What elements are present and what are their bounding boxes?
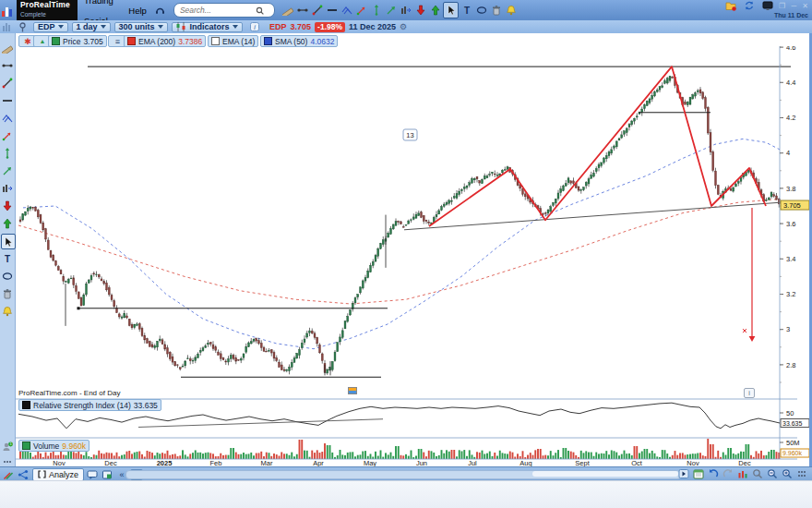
- window-green-icon[interactable]: [101, 468, 113, 480]
- sidebar-tool-hline[interactable]: [1, 93, 14, 107]
- chart-hscrollbar[interactable]: [125, 470, 681, 479]
- max-chart-icon[interactable]: [399, 3, 412, 18]
- scrollbar-thumb[interactable]: [532, 471, 678, 477]
- sidebar-tool-vertical-arrow-green[interactable]: [1, 146, 14, 160]
- timeframe-dropdown[interactable]: 1 day: [72, 22, 111, 32]
- sidebar-tool-trash[interactable]: [1, 286, 14, 300]
- x-axis-month-label: Oct: [631, 459, 643, 467]
- sidebar-tool-ellipse-tool[interactable]: [1, 269, 14, 283]
- svg-text:3.6: 3.6: [786, 220, 795, 228]
- logo-title: ProRealTime: [20, 0, 70, 9]
- svg-text:T: T: [464, 6, 470, 16]
- trash-icon[interactable]: [489, 3, 503, 18]
- sidebar-tool-ruler[interactable]: [1, 41, 14, 54]
- share-icon[interactable]: [17, 468, 30, 480]
- chevron-down-icon: [58, 25, 64, 31]
- event-marker-icon: [348, 387, 357, 394]
- sidebar-tool-big-arrow-up-green[interactable]: [1, 216, 14, 230]
- app-logo: ProRealTimeComplete: [0, 0, 78, 20]
- zoom-out-button[interactable]: [766, 467, 779, 479]
- play-next-button[interactable]: [677, 467, 690, 479]
- fib-channel-icon[interactable]: [340, 3, 353, 18]
- pencil-draw-icon[interactable]: [2, 468, 15, 480]
- price-legend-chip[interactable]: Price3.705: [48, 35, 107, 47]
- ellipse-tool-icon[interactable]: [474, 3, 488, 18]
- sidebar-tool-cursor[interactable]: [1, 234, 16, 249]
- sma50-swatch: [264, 37, 272, 45]
- info-icon[interactable]: i: [248, 19, 262, 34]
- cursor-icon[interactable]: [443, 2, 459, 18]
- ema200-legend-chip[interactable]: EMA (200)3.7386: [124, 35, 206, 47]
- svg-text:4.2: 4.2: [786, 114, 795, 122]
- sidebar-user-status-icon[interactable]: 1: [1, 440, 14, 454]
- calendar-button[interactable]: [692, 467, 705, 479]
- volume-legend-chip[interactable]: Volume9.960k: [18, 440, 90, 452]
- ema14-legend-chip[interactable]: EMA (14): [208, 35, 258, 47]
- zoom-in-button[interactable]: [781, 467, 794, 479]
- connector-icon[interactable]: [295, 3, 309, 18]
- gear-icon[interactable]: ⚙: [400, 22, 407, 31]
- quote-price: 3.705: [291, 22, 312, 31]
- svg-text:3.4: 3.4: [786, 255, 795, 263]
- chevron-down-icon: [101, 25, 106, 31]
- ema14-swatch: [211, 37, 220, 45]
- svg-text:3.8: 3.8: [786, 185, 795, 193]
- headset-help-icon[interactable]: [153, 3, 167, 18]
- grid-dots-button[interactable]: [795, 467, 808, 479]
- text-tool-icon[interactable]: T: [460, 3, 473, 18]
- svg-text:50: 50: [786, 409, 794, 417]
- undo-button[interactable]: [707, 467, 720, 479]
- sidebar-tool-fib-channel[interactable]: [1, 111, 14, 125]
- search-box[interactable]: [173, 3, 275, 18]
- big-arrow-up-green-icon[interactable]: [428, 3, 442, 18]
- sidebar-tool-big-arrow-down-red[interactable]: [1, 199, 14, 212]
- sidebar-tool-trend-arrow-red[interactable]: [1, 128, 14, 142]
- sma50-legend-chip[interactable]: SMA (50)4.0632: [260, 35, 338, 47]
- svg-text:4.6: 4.6: [786, 46, 795, 52]
- segment-icon[interactable]: [310, 3, 324, 18]
- folder-alert-icon[interactable]: [725, 0, 736, 13]
- ema200-line: [18, 199, 780, 304]
- candles-icon: [176, 22, 187, 31]
- menu-trading[interactable]: Trading: [78, 0, 122, 10]
- chart-red-button[interactable]: [736, 467, 749, 479]
- sync-blue-icon[interactable]: [744, 0, 755, 13]
- trend-arrow-red-icon[interactable]: [354, 3, 368, 18]
- monitor-icon[interactable]: [762, 0, 773, 13]
- big-arrow-down-red-icon[interactable]: [413, 3, 427, 18]
- vertical-arrow-green-icon[interactable]: [369, 3, 383, 18]
- rsi-info-icon[interactable]: i: [744, 388, 755, 398]
- search-icon: [256, 6, 264, 15]
- windows-taskbar: 12°CParc. Nublado POR 18:54 11/12/2025: [0, 480, 812, 508]
- ruler-icon[interactable]: [281, 3, 294, 18]
- chat-bubble-icon[interactable]: [86, 468, 99, 480]
- sidebar-tool-segment[interactable]: [1, 76, 14, 90]
- hline-icon[interactable]: [325, 3, 339, 18]
- svg-text:3.2: 3.2: [786, 290, 795, 298]
- x-axis-month-label: Dec: [738, 459, 751, 467]
- units-dropdown[interactable]: 300 units: [114, 22, 168, 32]
- svg-text:33.635: 33.635: [782, 420, 803, 427]
- sidebar-tool-text-tool[interactable]: T: [1, 251, 14, 265]
- brackets-icon: [38, 470, 46, 478]
- menu-help[interactable]: Help: [122, 0, 153, 20]
- rsi-legend-chip[interactable]: Relative Strength Index (14)33.635: [18, 399, 161, 411]
- sidebar-tool-connector[interactable]: [1, 58, 14, 72]
- pin-icon[interactable]: [16, 19, 30, 34]
- sidebar-tool-max-chart[interactable]: [1, 181, 14, 195]
- search-input[interactable]: [178, 5, 256, 16]
- sidebar-tool-alert-bell[interactable]: [1, 304, 14, 318]
- tab-analyze[interactable]: Analyze: [32, 468, 84, 481]
- symbol-dropdown[interactable]: EDP: [33, 22, 68, 32]
- sma50-line: [23, 139, 780, 348]
- elliott-zigzag-line: [429, 67, 766, 226]
- logo-bars-icon: [2, 4, 15, 17]
- indicators-dropdown[interactable]: Indicators: [172, 22, 243, 32]
- x-axis-month-label: Nov: [53, 459, 66, 467]
- redo-button[interactable]: [722, 467, 734, 479]
- sidebar-tool-diag-arrow-green[interactable]: [1, 163, 14, 177]
- magnifier-button[interactable]: [751, 467, 764, 479]
- diag-arrow-green-icon[interactable]: [384, 3, 398, 18]
- window-controls[interactable]: ❐ ─ ✕: [779, 2, 810, 10]
- alert-bell-icon[interactable]: [504, 3, 518, 18]
